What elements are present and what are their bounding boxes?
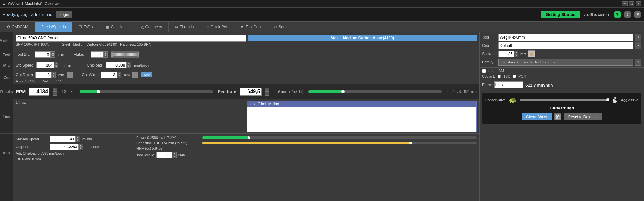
tool-right-select[interactable]: Weglik 4x8mm — [498, 34, 633, 41]
slider-buttons: Cheat Sheet 🎲 Reset to Defaults — [522, 113, 602, 120]
tool-dia-up[interactable]: ▲ — [51, 51, 55, 55]
title-bar-controls[interactable]: ─ □ ✕ — [622, 1, 641, 6]
chipload-info-down[interactable]: ▼ — [79, 147, 83, 150]
rpm-progress-bar — [80, 90, 213, 93]
help-icon[interactable]: ? — [614, 11, 621, 18]
rpm-down[interactable]: ▼ — [53, 92, 57, 96]
tab-todo[interactable]: ☐ ToDo — [72, 22, 99, 32]
feedrate-progress-dot — [341, 90, 345, 93]
stickout-input-group: ▲ ▼ — [498, 51, 518, 57]
entry-select[interactable]: Helix — [494, 81, 523, 88]
slider-track[interactable] — [520, 99, 608, 101]
tab-toolcrib[interactable]: ▼ Tool Crib — [234, 22, 267, 32]
crib-dropdown-btn[interactable]: ▼ — [635, 42, 641, 49]
surface-speed-down[interactable]: ▼ — [75, 139, 80, 142]
color-picker-btn[interactable]: 🎨 — [528, 50, 535, 57]
stickout-input[interactable] — [498, 51, 514, 57]
rpm-label: RPM — [16, 89, 26, 94]
tab-cadcam[interactable]: ⚙ CADCAM — [0, 22, 35, 32]
tab-geometry[interactable]: △ Geometry — [134, 22, 169, 32]
chipload-input[interactable] — [106, 62, 126, 68]
feedrate-label: Feedrate — [218, 89, 236, 94]
maximize-button[interactable]: □ — [629, 1, 634, 6]
top-bar-left: Howdy, grzegorz.ilnicki.phd! Login — [3, 11, 72, 18]
close-app-icon[interactable]: ✕ — [634, 11, 641, 18]
toolcrib-icon: ▼ — [240, 25, 244, 29]
feedrate-up[interactable]: ▲ — [265, 88, 269, 92]
slot-button[interactable]: Slot — [141, 72, 152, 77]
stickout-down[interactable]: ▼ — [514, 54, 518, 57]
tab-setup[interactable]: ⚙ Setup — [267, 22, 295, 32]
rpm-up[interactable]: ▲ — [53, 88, 57, 92]
power-dot — [248, 136, 250, 139]
slider-pct-text: 100% Rough — [549, 106, 574, 110]
sfc-down[interactable]: ▼ — [54, 65, 58, 68]
tool-torque-input[interactable] — [156, 152, 172, 158]
tool-dropdown-btn[interactable]: ▼ — [635, 34, 641, 41]
sfc-up[interactable]: ▲ — [54, 62, 58, 65]
flutes-input[interactable] — [91, 51, 103, 58]
sfc-speed-input[interactable] — [36, 62, 54, 68]
crib-select[interactable]: Default — [498, 42, 633, 49]
login-button[interactable]: Login — [56, 11, 72, 18]
crib-label: Crib — [482, 43, 496, 48]
todo-icon: ☐ — [79, 25, 82, 29]
pcn-checkbox[interactable] — [513, 75, 516, 78]
rpm-spinners: ▲ ▼ — [53, 88, 57, 96]
chipload-up[interactable]: ▲ — [126, 62, 131, 65]
todo-label: ToDo — [84, 25, 93, 29]
feedrate-down[interactable]: ▼ — [265, 92, 269, 96]
sfc-speed-spinners: ▲ ▼ — [54, 62, 58, 68]
cut-width-icon[interactable] — [132, 72, 138, 78]
cut-depth-input[interactable] — [35, 72, 51, 78]
tool-label-cell: Tool — [0, 49, 13, 60]
cut-width-up[interactable]: ▲ — [117, 72, 121, 75]
cut-width-input[interactable] — [101, 72, 117, 78]
chipload-down[interactable]: ▼ — [126, 65, 131, 68]
cut-width-down[interactable]: ▼ — [117, 75, 121, 78]
tab-calculator[interactable]: ▦ Calculator — [99, 22, 134, 32]
cut-width-unit: mm — [124, 73, 130, 77]
flutes-up[interactable]: ▲ — [103, 51, 108, 55]
stickout-up[interactable]: ▲ — [514, 51, 518, 54]
cut-width-label: Cut Width — [82, 73, 99, 77]
cheat-sheet-button[interactable]: Cheat Sheet — [522, 113, 552, 120]
tool-dia-down[interactable]: ▼ — [51, 55, 55, 58]
close-button[interactable]: ✕ — [636, 1, 641, 6]
rpm-input[interactable] — [29, 88, 49, 96]
cut-depth-up[interactable]: ▲ — [51, 72, 56, 75]
torque-down[interactable]: ▼ — [172, 155, 177, 158]
family-input[interactable] — [498, 59, 633, 66]
use-hsm-checkbox[interactable] — [482, 69, 486, 73]
flutes-spinners: ▲ ▼ — [103, 51, 108, 58]
getting-started-button[interactable]: Getting Started — [541, 11, 580, 18]
chipload-info-up[interactable]: ▲ — [79, 144, 83, 147]
entry-value: 612.7 mm/min — [525, 83, 553, 88]
chipload-info-row: Chipload ▲ ▼ mm/tooth — [16, 144, 130, 150]
content-column: China 6040 CNC Router Steel - Medium Car… — [13, 32, 479, 201]
family-dropdown-btn[interactable]: ▼ — [635, 59, 641, 66]
cut-depth-down[interactable]: ▼ — [51, 75, 56, 78]
tab-threads[interactable]: ⊗ Threads — [169, 22, 200, 32]
reset-defaults-button[interactable]: Reset to Defaults — [564, 113, 602, 120]
slider-thumb[interactable] — [606, 98, 609, 101]
info-icon[interactable]: ? — [624, 11, 631, 18]
surface-speed-up[interactable]: ▲ — [75, 136, 80, 139]
mfg-label-cell: Mfg — [0, 60, 13, 70]
cut-depth-icon[interactable] — [67, 72, 73, 78]
tab-quickref[interactable]: ≡ Quick Ref — [200, 22, 234, 32]
surface-speed-input[interactable] — [50, 136, 75, 142]
feedrate-input[interactable] — [240, 88, 262, 96]
chipload-info-input[interactable] — [50, 144, 79, 150]
tab-feeds-speeds[interactable]: Feeds/Speeds — [35, 22, 72, 32]
cheat-sheet-icon[interactable]: 🎲 — [554, 113, 561, 120]
tsc-checkbox[interactable] — [498, 75, 501, 78]
flutes-down[interactable]: ▼ — [103, 55, 108, 58]
cut-label-cell: Cut — [0, 70, 13, 84]
minimize-button[interactable]: ─ — [622, 1, 628, 6]
torque-up[interactable]: ▲ — [172, 152, 177, 155]
threads-label: Threads — [180, 25, 194, 29]
machine-select[interactable]: China 6040 CNC Router — [16, 35, 246, 42]
tool-dia-input[interactable] — [35, 51, 51, 58]
cut-depth-label: Cut Depth — [16, 73, 33, 77]
